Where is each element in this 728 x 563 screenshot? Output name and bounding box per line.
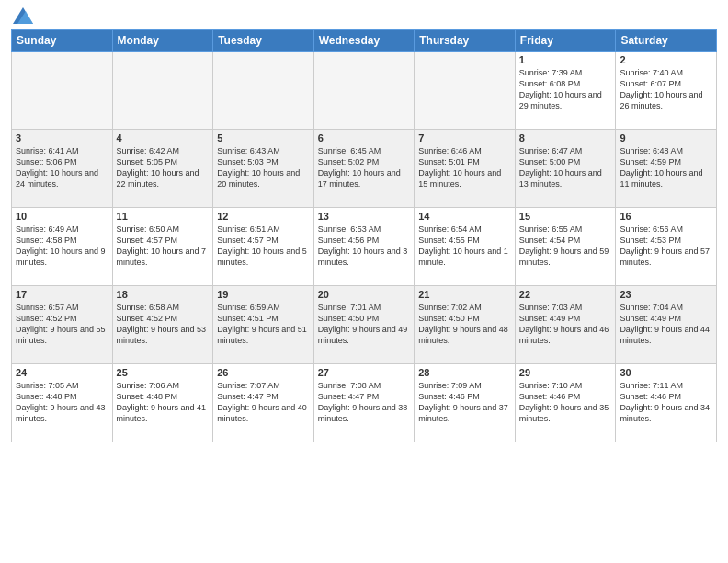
day-number: 27 bbox=[318, 367, 411, 378]
day-info: Sunrise: 6:49 AM Sunset: 4:58 PM Dayligh… bbox=[16, 224, 108, 269]
day-number: 16 bbox=[620, 211, 712, 222]
calendar-week-row: 10Sunrise: 6:49 AM Sunset: 4:58 PM Dayli… bbox=[12, 208, 717, 286]
day-number: 26 bbox=[217, 367, 310, 378]
calendar-cell: 23Sunrise: 7:04 AM Sunset: 4:49 PM Dayli… bbox=[616, 286, 717, 364]
day-info: Sunrise: 6:53 AM Sunset: 4:56 PM Dayligh… bbox=[318, 224, 411, 269]
day-info: Sunrise: 7:03 AM Sunset: 4:49 PM Dayligh… bbox=[519, 302, 612, 347]
day-info: Sunrise: 6:55 AM Sunset: 4:54 PM Dayligh… bbox=[519, 224, 612, 269]
calendar-cell: 19Sunrise: 6:59 AM Sunset: 4:51 PM Dayli… bbox=[213, 286, 314, 364]
day-info: Sunrise: 6:42 AM Sunset: 5:05 PM Dayligh… bbox=[117, 145, 210, 190]
calendar-cell bbox=[313, 52, 415, 130]
day-info: Sunrise: 7:05 AM Sunset: 4:48 PM Dayligh… bbox=[16, 380, 108, 425]
logo-icon bbox=[13, 7, 33, 24]
page-container: Sunday Monday Tuesday Wednesday Thursday… bbox=[0, 0, 728, 450]
calendar-cell: 29Sunrise: 7:10 AM Sunset: 4:46 PM Dayli… bbox=[515, 364, 616, 442]
calendar-cell: 1Sunrise: 7:39 AM Sunset: 6:08 PM Daylig… bbox=[515, 52, 616, 130]
calendar-cell bbox=[213, 52, 314, 130]
weekday-header-row: Sunday Monday Tuesday Wednesday Thursday… bbox=[12, 30, 717, 52]
day-number: 28 bbox=[418, 367, 511, 378]
header bbox=[11, 9, 717, 22]
calendar-cell: 22Sunrise: 7:03 AM Sunset: 4:49 PM Dayli… bbox=[515, 286, 616, 364]
day-info: Sunrise: 6:51 AM Sunset: 4:57 PM Dayligh… bbox=[217, 224, 310, 269]
calendar-cell: 21Sunrise: 7:02 AM Sunset: 4:50 PM Dayli… bbox=[415, 286, 516, 364]
day-number: 14 bbox=[418, 211, 511, 222]
day-info: Sunrise: 7:07 AM Sunset: 4:47 PM Dayligh… bbox=[217, 380, 310, 425]
day-info: Sunrise: 6:47 AM Sunset: 5:00 PM Dayligh… bbox=[519, 145, 612, 190]
day-info: Sunrise: 7:08 AM Sunset: 4:47 PM Dayligh… bbox=[318, 380, 411, 425]
day-number: 7 bbox=[418, 132, 511, 144]
calendar-cell: 9Sunrise: 6:48 AM Sunset: 4:59 PM Daylig… bbox=[616, 130, 717, 208]
day-number: 22 bbox=[519, 289, 612, 300]
header-tuesday: Tuesday bbox=[213, 30, 314, 52]
day-number: 30 bbox=[620, 367, 712, 378]
calendar-cell: 12Sunrise: 6:51 AM Sunset: 4:57 PM Dayli… bbox=[213, 208, 314, 286]
day-number: 24 bbox=[16, 367, 108, 378]
day-number: 18 bbox=[117, 289, 210, 300]
day-info: Sunrise: 6:59 AM Sunset: 4:51 PM Dayligh… bbox=[217, 302, 310, 347]
day-info: Sunrise: 6:54 AM Sunset: 4:55 PM Dayligh… bbox=[418, 224, 511, 269]
calendar-week-row: 1Sunrise: 7:39 AM Sunset: 6:08 PM Daylig… bbox=[12, 52, 717, 130]
day-info: Sunrise: 7:40 AM Sunset: 6:07 PM Dayligh… bbox=[620, 67, 712, 112]
day-number: 19 bbox=[217, 289, 310, 300]
day-number: 10 bbox=[16, 211, 108, 222]
header-sunday: Sunday bbox=[12, 30, 113, 52]
day-number: 1 bbox=[519, 54, 612, 65]
header-saturday: Saturday bbox=[616, 30, 717, 52]
day-info: Sunrise: 7:01 AM Sunset: 4:50 PM Dayligh… bbox=[318, 302, 411, 347]
calendar-week-row: 17Sunrise: 6:57 AM Sunset: 4:52 PM Dayli… bbox=[12, 286, 717, 364]
calendar-cell: 8Sunrise: 6:47 AM Sunset: 5:00 PM Daylig… bbox=[515, 130, 616, 208]
calendar-cell: 28Sunrise: 7:09 AM Sunset: 4:46 PM Dayli… bbox=[415, 364, 516, 442]
calendar-cell bbox=[415, 52, 516, 130]
day-info: Sunrise: 6:43 AM Sunset: 5:03 PM Dayligh… bbox=[217, 145, 310, 190]
calendar-cell: 16Sunrise: 6:56 AM Sunset: 4:53 PM Dayli… bbox=[616, 208, 717, 286]
day-number: 15 bbox=[519, 211, 612, 222]
day-info: Sunrise: 6:45 AM Sunset: 5:02 PM Dayligh… bbox=[318, 145, 411, 190]
calendar-cell: 10Sunrise: 6:49 AM Sunset: 4:58 PM Dayli… bbox=[12, 208, 113, 286]
day-number: 12 bbox=[217, 211, 310, 222]
calendar-cell: 2Sunrise: 7:40 AM Sunset: 6:07 PM Daylig… bbox=[616, 52, 717, 130]
calendar-cell: 25Sunrise: 7:06 AM Sunset: 4:48 PM Dayli… bbox=[112, 364, 213, 442]
day-number: 13 bbox=[318, 211, 411, 222]
calendar-table: Sunday Monday Tuesday Wednesday Thursday… bbox=[11, 29, 717, 442]
day-number: 4 bbox=[117, 132, 210, 144]
day-number: 2 bbox=[620, 54, 712, 65]
header-friday: Friday bbox=[515, 30, 616, 52]
calendar-cell bbox=[12, 52, 113, 130]
day-info: Sunrise: 6:41 AM Sunset: 5:06 PM Dayligh… bbox=[16, 145, 108, 190]
day-info: Sunrise: 7:39 AM Sunset: 6:08 PM Dayligh… bbox=[519, 67, 612, 112]
calendar-cell: 15Sunrise: 6:55 AM Sunset: 4:54 PM Dayli… bbox=[515, 208, 616, 286]
calendar-cell: 4Sunrise: 6:42 AM Sunset: 5:05 PM Daylig… bbox=[112, 130, 213, 208]
day-number: 21 bbox=[418, 289, 511, 300]
day-info: Sunrise: 7:10 AM Sunset: 4:46 PM Dayligh… bbox=[519, 380, 612, 425]
calendar-week-row: 24Sunrise: 7:05 AM Sunset: 4:48 PM Dayli… bbox=[12, 364, 717, 442]
calendar-cell: 14Sunrise: 6:54 AM Sunset: 4:55 PM Dayli… bbox=[415, 208, 516, 286]
day-number: 3 bbox=[16, 132, 108, 144]
calendar-cell: 11Sunrise: 6:50 AM Sunset: 4:57 PM Dayli… bbox=[112, 208, 213, 286]
calendar-cell bbox=[112, 52, 213, 130]
calendar-cell: 18Sunrise: 6:58 AM Sunset: 4:52 PM Dayli… bbox=[112, 286, 213, 364]
calendar-week-row: 3Sunrise: 6:41 AM Sunset: 5:06 PM Daylig… bbox=[12, 130, 717, 208]
day-number: 5 bbox=[217, 132, 310, 144]
day-info: Sunrise: 6:56 AM Sunset: 4:53 PM Dayligh… bbox=[620, 224, 712, 269]
calendar-cell: 26Sunrise: 7:07 AM Sunset: 4:47 PM Dayli… bbox=[213, 364, 314, 442]
day-number: 11 bbox=[117, 211, 210, 222]
day-number: 25 bbox=[117, 367, 210, 378]
day-number: 17 bbox=[16, 289, 108, 300]
day-info: Sunrise: 7:09 AM Sunset: 4:46 PM Dayligh… bbox=[418, 380, 511, 425]
day-number: 6 bbox=[318, 132, 411, 144]
day-info: Sunrise: 7:06 AM Sunset: 4:48 PM Dayligh… bbox=[117, 380, 210, 425]
calendar-cell: 27Sunrise: 7:08 AM Sunset: 4:47 PM Dayli… bbox=[313, 364, 415, 442]
calendar-cell: 17Sunrise: 6:57 AM Sunset: 4:52 PM Dayli… bbox=[12, 286, 113, 364]
day-info: Sunrise: 6:46 AM Sunset: 5:01 PM Dayligh… bbox=[418, 145, 511, 190]
day-info: Sunrise: 6:58 AM Sunset: 4:52 PM Dayligh… bbox=[117, 302, 210, 347]
calendar-cell: 5Sunrise: 6:43 AM Sunset: 5:03 PM Daylig… bbox=[213, 130, 314, 208]
header-wednesday: Wednesday bbox=[313, 30, 415, 52]
header-monday: Monday bbox=[112, 30, 213, 52]
day-info: Sunrise: 7:11 AM Sunset: 4:46 PM Dayligh… bbox=[620, 380, 712, 425]
calendar-cell: 30Sunrise: 7:11 AM Sunset: 4:46 PM Dayli… bbox=[616, 364, 717, 442]
calendar-cell: 24Sunrise: 7:05 AM Sunset: 4:48 PM Dayli… bbox=[12, 364, 113, 442]
calendar-cell: 13Sunrise: 6:53 AM Sunset: 4:56 PM Dayli… bbox=[313, 208, 415, 286]
day-number: 23 bbox=[620, 289, 712, 300]
day-info: Sunrise: 6:50 AM Sunset: 4:57 PM Dayligh… bbox=[117, 224, 210, 269]
day-info: Sunrise: 6:48 AM Sunset: 4:59 PM Dayligh… bbox=[620, 145, 712, 190]
